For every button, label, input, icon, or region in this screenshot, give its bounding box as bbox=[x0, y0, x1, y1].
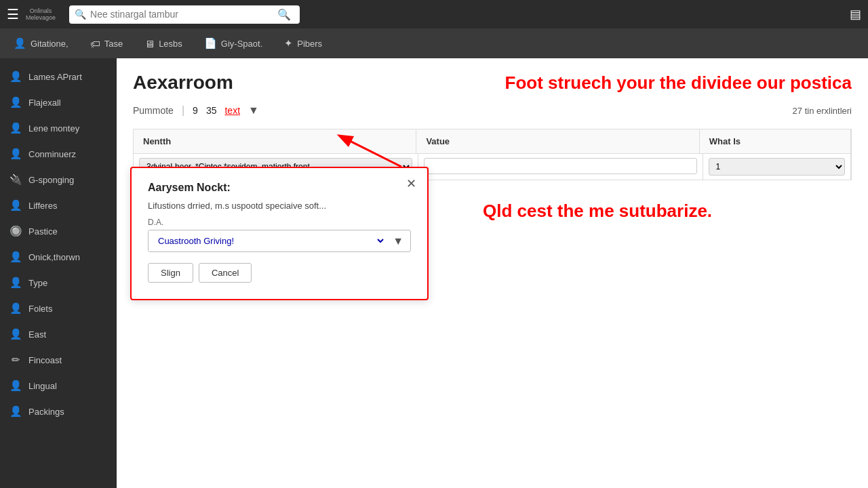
sidebar-label: Packings bbox=[28, 407, 64, 417]
screen-icon: 🖥 bbox=[144, 38, 155, 49]
page-title: Aexarroom bbox=[133, 72, 233, 94]
search-input[interactable] bbox=[90, 9, 273, 20]
search-icon-left: 🔍 bbox=[75, 9, 86, 20]
person-icon: 👤 bbox=[9, 122, 22, 134]
svg-line-1 bbox=[340, 136, 401, 167]
person-icon: 👤 bbox=[14, 37, 26, 49]
person-icon: 👤 bbox=[9, 380, 22, 392]
filter-row: Pummote | 9 35 text ▼ 27 tin erxlintleri bbox=[133, 104, 852, 117]
sidebar-label: G-sponging bbox=[28, 175, 74, 185]
sidebar-item-lifferes[interactable]: 👤 Lifferes bbox=[0, 192, 117, 218]
sidebar-label: Onick,thorwn bbox=[28, 252, 80, 262]
filter-divider: | bbox=[182, 104, 184, 117]
sidebar-item-type[interactable]: 👤 Type bbox=[0, 270, 117, 296]
vatue-input[interactable] bbox=[424, 158, 697, 174]
nav-lesbs[interactable]: 🖥 Lesbs bbox=[142, 34, 185, 54]
person-icon: 👤 bbox=[9, 277, 22, 289]
dialog-box: Aarysem Nockt: ✕ Lifustions drried, m.s … bbox=[130, 167, 429, 300]
nav-tase-label: Tase bbox=[104, 39, 123, 49]
secondary-nav: 👤 Gitatione, 🏷 Tase 🖥 Lesbs 📄 Giy-Spaot.… bbox=[0, 28, 868, 58]
nav-giy-spaot-label: Giy-Spaot. bbox=[221, 39, 262, 49]
person-icon: 👤 bbox=[9, 251, 22, 263]
circle-icon: 🔘 bbox=[9, 225, 22, 237]
pencil-icon: ✏ bbox=[9, 354, 22, 366]
person-icon: 👤 bbox=[9, 302, 22, 314]
sidebar-item-pastice[interactable]: 🔘 Pastice bbox=[0, 218, 117, 244]
nav-giy-spaot[interactable]: 📄 Giy-Spaot. bbox=[201, 33, 265, 54]
dialog-title: Aarysem Nockt: bbox=[148, 182, 411, 194]
table-filter-col2 bbox=[418, 154, 703, 180]
select-dropdown-icon: ▼ bbox=[386, 235, 410, 247]
topbar: ☰ Onlinals Melevagoe 🔍 🔍 ▤ bbox=[0, 0, 868, 28]
sidebar: 👤 Lames APrart 👤 Flajexall 👤 Lene montey… bbox=[0, 58, 117, 488]
sidebar-label: Lames APrart bbox=[28, 72, 82, 82]
dialog-buttons: Slign Cancel bbox=[148, 263, 411, 283]
filter-text-button[interactable]: text bbox=[224, 105, 240, 116]
nav-lesbs-label: Lesbs bbox=[159, 39, 182, 49]
sidebar-label: Lingual bbox=[28, 381, 57, 391]
sidebar-label: Lene montey bbox=[28, 123, 79, 134]
sidebar-item-onick-thorwn[interactable]: 👤 Onick,thorwn bbox=[0, 244, 117, 270]
person-icon: 👤 bbox=[9, 96, 22, 108]
cancel-button[interactable]: Cancel bbox=[199, 263, 252, 283]
sidebar-item-packings[interactable]: 👤 Packings bbox=[0, 399, 117, 424]
table-header: Nentth Vatue What Is bbox=[133, 129, 852, 154]
nav-pibers-label: Pibers bbox=[297, 39, 322, 49]
filter-num1: 9 bbox=[193, 105, 198, 116]
dialog-field-label: D.A. bbox=[148, 218, 411, 227]
sidebar-label: Lifferes bbox=[28, 201, 57, 211]
sidebar-item-flajexall[interactable]: 👤 Flajexall bbox=[0, 89, 117, 115]
nav-gitatione-label: Gitatione, bbox=[31, 39, 68, 49]
whatis-select[interactable]: 1 bbox=[709, 158, 845, 176]
sidebar-label: Pastice bbox=[28, 226, 58, 237]
sidebar-item-lingual[interactable]: 👤 Lingual bbox=[0, 373, 117, 399]
dialog-select[interactable]: Cuastrooth Griving! bbox=[149, 230, 386, 251]
person-icon: 👤 bbox=[9, 70, 22, 83]
table-col-whatis: What Is bbox=[700, 129, 851, 153]
dialog-arrow-svg bbox=[327, 129, 408, 170]
plug-icon: 🔌 bbox=[9, 174, 22, 186]
main-area: 👤 Lames APrart 👤 Flajexall 👤 Lene montey… bbox=[0, 58, 868, 488]
doc-icon: 📄 bbox=[204, 37, 217, 49]
marquee-text: Foot struech your the dividee our postic… bbox=[505, 73, 852, 94]
dialog-overlay: Aarysem Nockt: ✕ Lifustions drried, m.s … bbox=[130, 167, 429, 300]
sidebar-label: Fincoast bbox=[28, 355, 62, 365]
sidebar-item-folets[interactable]: 👤 Folets bbox=[0, 296, 117, 321]
annotation-text: Qld cest the me sutubarize. bbox=[483, 201, 712, 222]
slign-button[interactable]: Slign bbox=[148, 263, 193, 283]
sidebar-label: Folets bbox=[28, 304, 52, 314]
sidebar-item-fincoast[interactable]: ✏ Fincoast bbox=[0, 347, 117, 373]
sidebar-item-east[interactable]: 👤 East bbox=[0, 321, 117, 347]
person-icon: 👤 bbox=[9, 199, 22, 211]
topbar-right-icon[interactable]: ▤ bbox=[850, 7, 861, 22]
nav-pibers[interactable]: ✦ Pibers bbox=[281, 33, 325, 54]
tag-icon: 🏷 bbox=[90, 38, 100, 49]
menu-icon[interactable]: ☰ bbox=[7, 6, 19, 22]
sidebar-label: Flajexall bbox=[28, 98, 61, 108]
sidebar-label: Type bbox=[28, 278, 47, 288]
sidebar-label: East bbox=[28, 329, 46, 340]
filter-num2: 35 bbox=[206, 105, 217, 116]
dialog-select-row: Cuastrooth Griving! ▼ bbox=[148, 230, 411, 252]
nav-tase[interactable]: 🏷 Tase bbox=[87, 34, 125, 54]
sidebar-item-g-sponging[interactable]: 🔌 G-sponging bbox=[0, 167, 117, 192]
star-icon: ✦ bbox=[284, 37, 293, 49]
sidebar-item-conminuerz[interactable]: 👤 Conminuerz bbox=[0, 141, 117, 167]
nav-gitatione[interactable]: 👤 Gitatione, bbox=[11, 33, 71, 54]
chevron-down-icon[interactable]: ▼ bbox=[248, 104, 259, 117]
person-icon: 👤 bbox=[9, 148, 22, 160]
sidebar-label: Conminuerz bbox=[28, 149, 76, 159]
search-submit-icon[interactable]: 🔍 bbox=[277, 8, 291, 21]
filter-right-count: 27 tin erxlintleri bbox=[793, 106, 852, 116]
content-area: Aexarroom Foot struech your the dividee … bbox=[117, 58, 868, 488]
logo: Onlinals Melevagoe bbox=[26, 7, 56, 21]
content-header: Aexarroom Foot struech your the dividee … bbox=[133, 72, 852, 94]
person-icon: 👤 bbox=[9, 328, 22, 340]
sidebar-item-lene-montey[interactable]: 👤 Lene montey bbox=[0, 115, 117, 141]
sidebar-item-lames-aprart[interactable]: 👤 Lames APrart bbox=[0, 64, 117, 89]
dialog-body: Lifustions drried, m.s uspootd speciaive… bbox=[148, 201, 411, 211]
dialog-close-button[interactable]: ✕ bbox=[406, 178, 416, 190]
filter-label: Pummote bbox=[133, 105, 174, 116]
search-bar: 🔍 🔍 bbox=[69, 5, 300, 24]
person-icon: 👤 bbox=[9, 405, 22, 418]
